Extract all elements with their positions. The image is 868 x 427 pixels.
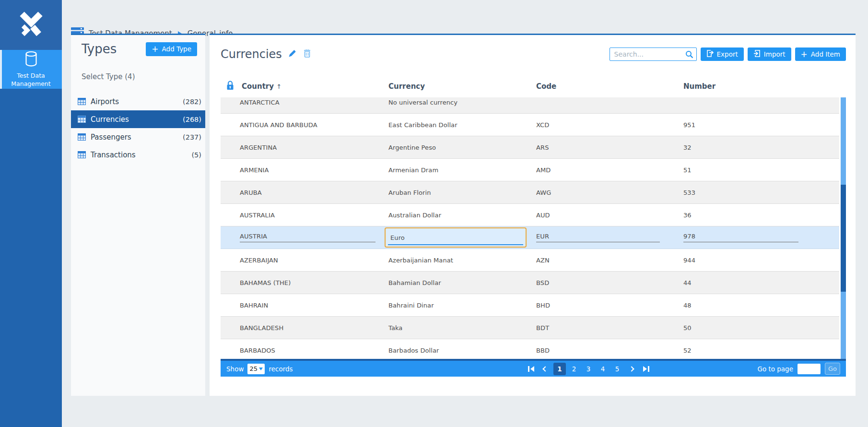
import-icon: [753, 50, 761, 59]
table-icon: [78, 98, 86, 105]
types-panel: Types + Add Type Select Type (4) Airport…: [71, 34, 205, 396]
card-head: Currencies: [221, 46, 846, 63]
export-button[interactable]: Export: [701, 47, 744, 61]
pagination-bar: Show 25 records 1 2 3 4 5: [221, 359, 846, 377]
edit-cell-country[interactable]: AUSTRIA: [240, 233, 375, 242]
add-item-button[interactable]: + Add Item: [795, 47, 846, 61]
add-type-button[interactable]: + Add Type: [146, 42, 197, 56]
export-icon: [706, 50, 714, 59]
page-button-2[interactable]: 2: [568, 363, 580, 375]
edit-cell-code[interactable]: EUR: [536, 233, 660, 242]
table-icon: [78, 116, 86, 123]
table-row[interactable]: AZERBAIJANAzerbaijanian ManatAZN944: [221, 249, 839, 272]
table-row[interactable]: BANGLADESHTakaBDT50: [221, 317, 839, 339]
lock-icon[interactable]: [226, 81, 234, 92]
go-button[interactable]: Go: [825, 363, 840, 375]
select-type-label: Select Type (4): [82, 72, 195, 81]
search-icon[interactable]: [685, 50, 693, 60]
edit-cell-number[interactable]: 978: [683, 233, 798, 242]
first-page-button[interactable]: [525, 363, 537, 375]
table-body: ANTARCTICANo universal currency ANTIGUA …: [221, 97, 846, 359]
pager: 1 2 3 4 5: [525, 363, 652, 375]
goto-page-label: Go to page: [757, 365, 793, 373]
type-list: Airports (282) Currencies (268) Passenge…: [71, 93, 205, 164]
table-row[interactable]: ARGENTINAArgentine PesoARS32: [221, 136, 839, 159]
scrollbar-thumb[interactable]: [841, 185, 846, 292]
sidebar-item-test-data-management[interactable]: Test Data Management: [0, 50, 62, 89]
page-button-5[interactable]: 5: [611, 363, 623, 375]
delete-trash-icon[interactable]: [304, 49, 311, 59]
records-label: records: [269, 365, 293, 373]
table-row[interactable]: ANTARCTICANo universal currency: [221, 97, 839, 114]
table-icon: [78, 151, 86, 158]
type-count: (282): [183, 98, 201, 106]
data-panel: Currencies: [210, 34, 856, 396]
column-header-currency[interactable]: Currency: [388, 82, 536, 91]
column-header-country[interactable]: Country ↑: [242, 82, 282, 91]
type-count: (237): [183, 133, 201, 141]
table-row[interactable]: BARBADOSBarbados DollarBBD52: [221, 339, 839, 359]
app-sidebar: Test Data Management: [0, 0, 62, 427]
chevron-down-icon: [259, 368, 263, 370]
content: Types + Add Type Select Type (4) Airport…: [71, 34, 856, 396]
column-header-code[interactable]: Code: [536, 82, 683, 91]
table-row[interactable]: ARMENIAArmenian DramAMD51: [221, 159, 839, 181]
search-input[interactable]: [610, 47, 697, 61]
table-row[interactable]: BAHAMAS (THE)Bahamian DollarBSD44: [221, 272, 839, 294]
page-button-3[interactable]: 3: [582, 363, 595, 375]
plus-icon: +: [152, 45, 158, 53]
column-header-number[interactable]: Number: [683, 82, 839, 91]
page-button-1[interactable]: 1: [553, 363, 566, 375]
sidebar-item-label: Test Data Management: [4, 72, 58, 88]
app-logo[interactable]: [0, 0, 62, 50]
last-page-button[interactable]: [640, 363, 652, 375]
table-viewport: ANTARCTICANo universal currency ANTIGUA …: [221, 97, 839, 359]
database-icon: [24, 51, 38, 69]
type-item-transactions[interactable]: Transactions (5): [71, 146, 205, 164]
x-logo-icon: [16, 10, 46, 40]
goto-page-input[interactable]: [798, 364, 821, 374]
page-title: Currencies: [221, 47, 282, 61]
page-size-select[interactable]: 25: [247, 364, 265, 374]
table-icon: [78, 133, 86, 141]
sort-asc-icon: ↑: [276, 83, 282, 90]
next-page-button[interactable]: [625, 363, 638, 375]
types-title: Types: [82, 42, 117, 56]
breadcrumb: Test Data Management General_info: [71, 0, 856, 34]
table-row[interactable]: ARUBAAruban FlorinAWG533: [221, 181, 839, 204]
main-area: Test Data Management General_info Types …: [62, 0, 868, 396]
page-button-4[interactable]: 4: [597, 363, 609, 375]
plus-icon: +: [801, 50, 808, 59]
table-scrollbar[interactable]: [841, 97, 846, 359]
type-item-airports[interactable]: Airports (282): [71, 93, 205, 110]
table-row[interactable]: AUSTRALIAAustralian DollarAUD36: [221, 204, 839, 226]
type-item-currencies[interactable]: Currencies (268): [71, 110, 205, 128]
type-count: (268): [183, 116, 201, 123]
table-header: Country ↑ Currency Code Number: [221, 75, 839, 97]
type-item-passengers[interactable]: Passengers (237): [71, 128, 205, 146]
edit-pencil-icon[interactable]: [288, 49, 297, 60]
import-button[interactable]: Import: [748, 47, 791, 61]
table-row[interactable]: ANTIGUA AND BARBUDAEast Caribbean Dollar…: [221, 114, 839, 136]
prev-page-button[interactable]: [539, 363, 551, 375]
show-label: Show: [226, 365, 244, 373]
table-row[interactable]: BAHRAINBahraini DinarBHD48: [221, 294, 839, 317]
type-count: (5): [191, 151, 201, 159]
active-edit-cell[interactable]: Euro: [385, 227, 527, 248]
table-row-editing[interactable]: AUSTRIA Euro EUR 978: [221, 226, 839, 249]
